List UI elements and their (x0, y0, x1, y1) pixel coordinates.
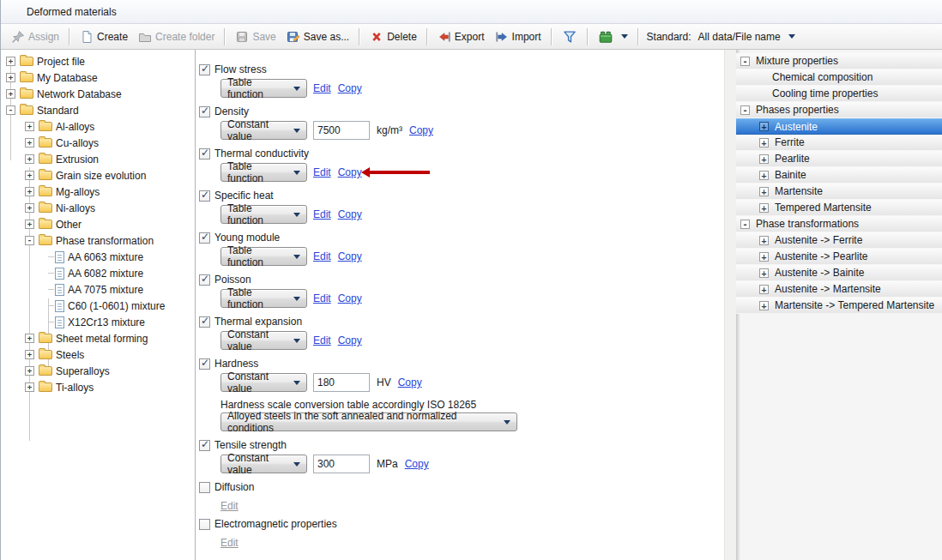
electromagnetic-checkbox[interactable] (199, 519, 210, 530)
section-austenite-martensite[interactable]: Austenite -> Martensite (736, 281, 942, 298)
young-module-copy-link[interactable]: Copy (338, 250, 362, 262)
thermal-conductivity-edit-link[interactable]: Edit (313, 166, 331, 178)
tree-item-extrusion[interactable]: Extrusion (1, 151, 195, 167)
thermal-conductivity-type-dropdown[interactable]: Table function (220, 163, 307, 182)
flow-stress-type-dropdown[interactable]: Table function (220, 79, 307, 98)
tree-item-network-database[interactable]: Network Database (1, 86, 195, 102)
collapse-icon[interactable] (25, 236, 34, 245)
thermal-expansion-type-dropdown[interactable]: Constant value (220, 331, 307, 350)
tree-item-sheet-metal-forming[interactable]: Sheet metal forming (1, 330, 195, 346)
collapse-icon[interactable] (740, 220, 750, 229)
tree-item-aa6082-mixture[interactable]: AA 6082 mixture (1, 265, 195, 281)
diffusion-checkbox[interactable] (199, 482, 210, 493)
section-cooling-time-properties[interactable]: Cooling time properties (736, 86, 942, 102)
tree-item-project-file[interactable]: Project file (1, 53, 195, 69)
tree-item-al-alloys[interactable]: Al-alloys (1, 118, 195, 135)
expand-icon[interactable] (759, 171, 769, 180)
expand-icon[interactable] (759, 236, 769, 245)
expand-icon[interactable] (759, 252, 769, 262)
expand-icon[interactable] (25, 187, 34, 196)
vertical-scrollbar[interactable] (724, 50, 736, 560)
thermal-conductivity-copy-link[interactable]: Copy (338, 166, 362, 178)
expand-icon[interactable] (25, 220, 34, 229)
poisson-copy-link[interactable]: Copy (338, 292, 362, 304)
hardness-copy-link[interactable]: Copy (398, 376, 422, 388)
expand-icon[interactable] (6, 73, 15, 82)
tree-item-aa7075-mixture[interactable]: AA 7075 mixture (1, 281, 195, 298)
section-austenite-ferrite[interactable]: Austenite -> Ferrite (736, 232, 942, 249)
expand-icon[interactable] (6, 57, 15, 66)
specific-heat-edit-link[interactable]: Edit (313, 208, 331, 220)
expand-icon[interactable] (25, 203, 34, 213)
section-tempered-martensite[interactable]: Tempered Martensite (736, 200, 942, 216)
section-mixture-properties[interactable]: Mixture properties (736, 53, 942, 69)
tree-item-superalloys[interactable]: Superalloys (1, 363, 195, 379)
tree-item-mg-alloys[interactable]: Mg-alloys (1, 184, 195, 200)
tree-item-steels[interactable]: Steels (1, 346, 195, 363)
young-module-type-dropdown[interactable]: Table function (220, 247, 307, 266)
expand-icon[interactable] (25, 154, 34, 164)
flow-stress-edit-link[interactable]: Edit (313, 82, 331, 94)
tensile-strength-checkbox[interactable] (199, 440, 210, 451)
poisson-edit-link[interactable]: Edit (313, 292, 331, 304)
expand-icon[interactable] (6, 89, 15, 99)
tensile-strength-value-input[interactable] (313, 455, 370, 473)
section-phase-transformations[interactable]: Phase transformations (736, 216, 942, 232)
flow-stress-copy-link[interactable]: Copy (338, 82, 362, 94)
expand-icon[interactable] (759, 138, 769, 148)
tensile-strength-type-dropdown[interactable]: Constant value (220, 455, 307, 473)
tree-item-ni-alloys[interactable]: Ni-alloys (1, 200, 195, 216)
tree-item-x12cr13-mixture[interactable]: X12Cr13 mixture (1, 314, 195, 330)
section-austenite-bainite[interactable]: Austenite -> Bainite (736, 265, 942, 281)
standard-filter-dropdown[interactable]: All data/File name (698, 29, 795, 45)
tree-item-aa6063-mixture[interactable]: AA 6063 mixture (1, 249, 195, 265)
expand-icon[interactable] (25, 122, 34, 131)
section-martensite[interactable]: Martensite (736, 184, 942, 200)
specific-heat-copy-link[interactable]: Copy (338, 208, 362, 220)
specific-heat-checkbox[interactable] (199, 190, 210, 202)
hardness-value-input[interactable] (313, 373, 370, 392)
flow-stress-checkbox[interactable] (199, 64, 210, 75)
collapse-icon[interactable] (740, 57, 750, 66)
expand-icon[interactable] (25, 350, 34, 359)
expand-icon[interactable] (25, 334, 34, 343)
expand-icon[interactable] (25, 138, 34, 148)
hardness-scale-dropdown[interactable]: Alloyed steels in the soft annealed and … (220, 412, 517, 431)
expand-icon[interactable] (759, 154, 769, 164)
section-pearlite[interactable]: Pearlite (736, 151, 942, 167)
tree-item-grain-size-evolution[interactable]: Grain size evolution (1, 167, 195, 184)
save-as-button[interactable]: Save as... (281, 28, 354, 45)
expand-icon[interactable] (759, 203, 769, 213)
tensile-strength-copy-link[interactable]: Copy (405, 458, 429, 470)
expand-icon[interactable] (759, 285, 769, 294)
tree-item-standard[interactable]: Standard (1, 102, 195, 118)
expand-icon[interactable] (25, 382, 34, 392)
expand-icon[interactable] (25, 171, 34, 180)
density-value-input[interactable] (313, 121, 370, 140)
section-ferrite[interactable]: Ferrite (736, 135, 942, 151)
section-austenite-pearlite[interactable]: Austenite -> Pearlite (736, 249, 942, 265)
tree-item-c60-mixture[interactable]: C60 (1-0601) mixture (1, 298, 195, 314)
diffusion-edit-link[interactable]: Edit (220, 500, 239, 512)
expand-icon[interactable] (759, 122, 769, 131)
create-folder-button[interactable]: Create folder (133, 28, 220, 45)
section-chemical-composition[interactable]: Chemical composition (736, 69, 942, 86)
tree-item-cu-alloys[interactable]: Cu-alloys (1, 135, 195, 151)
electromagnetic-edit-link[interactable]: Edit (220, 537, 239, 549)
poisson-checkbox[interactable] (199, 274, 210, 286)
export-button[interactable]: Export (432, 28, 490, 45)
thermal-expansion-checkbox[interactable] (199, 316, 210, 328)
import-button[interactable]: Import (490, 28, 546, 45)
specific-heat-type-dropdown[interactable]: Table function (220, 205, 307, 224)
delete-button[interactable]: Delete (365, 28, 422, 45)
expand-icon[interactable] (759, 187, 769, 196)
expand-icon[interactable] (759, 268, 769, 278)
save-button[interactable]: Save (230, 28, 281, 45)
poisson-type-dropdown[interactable]: Table function (220, 289, 307, 308)
density-checkbox[interactable] (199, 106, 210, 117)
section-bainite[interactable]: Bainite (736, 167, 942, 184)
expand-icon[interactable] (759, 301, 769, 310)
young-module-edit-link[interactable]: Edit (313, 250, 331, 262)
hardness-type-dropdown[interactable]: Constant value (220, 373, 307, 392)
tree-item-ti-alloys[interactable]: Ti-alloys (1, 379, 195, 395)
